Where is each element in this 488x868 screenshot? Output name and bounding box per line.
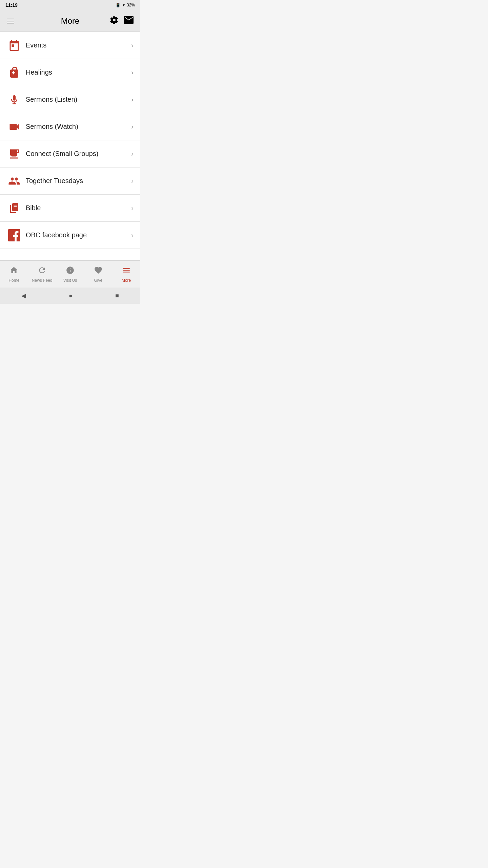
medkit-icon <box>7 66 22 79</box>
nav-item-news-feed[interactable]: News Feed <box>28 261 56 288</box>
nav-item-visit-us[interactable]: Visit Us <box>56 261 84 288</box>
sermons-watch-label: Sermons (Watch) <box>26 123 131 131</box>
give-nav-label: Give <box>94 278 102 283</box>
connect-label: Connect (Small Groups) <box>26 150 131 158</box>
hamburger-icon[interactable] <box>7 19 14 23</box>
book-icon <box>7 202 22 214</box>
video-icon <box>7 121 22 133</box>
chevron-icon: › <box>131 41 134 49</box>
status-icons: 📳 ▾ 32% <box>116 3 135 7</box>
chevron-icon: › <box>131 204 134 212</box>
wifi-icon: ▾ <box>123 3 125 7</box>
bottom-nav: Home News Feed Visit Us Give <box>0 260 140 288</box>
menu-item-connect[interactable]: Connect (Small Groups) › <box>0 140 140 167</box>
sermons-listen-label: Sermons (Listen) <box>26 96 131 103</box>
more-nav-label: More <box>122 278 131 283</box>
more-lines-icon <box>122 266 131 277</box>
menu-item-bible[interactable]: Bible › <box>0 195 140 222</box>
nav-item-give[interactable]: Give <box>84 261 112 288</box>
menu-item-together-tuesdays[interactable]: Together Tuesdays › <box>0 167 140 195</box>
events-label: Events <box>26 41 131 49</box>
chevron-icon: › <box>131 96 134 103</box>
menu-item-events[interactable]: Events › <box>0 32 140 59</box>
battery-icon: 32% <box>127 3 135 7</box>
chevron-icon: › <box>131 231 134 239</box>
coffee-icon <box>7 148 22 160</box>
healings-label: Healings <box>26 68 131 76</box>
content-spacer <box>0 255 140 260</box>
facebook-label: OBC facebook page <box>26 231 131 239</box>
android-recent-button[interactable]: ■ <box>115 292 119 299</box>
menu-item-sermons-watch[interactable]: Sermons (Watch) › <box>0 113 140 140</box>
facebook-icon <box>7 229 22 241</box>
group-icon <box>7 175 22 187</box>
android-back-button[interactable]: ◀ <box>21 292 26 299</box>
mail-icon[interactable] <box>124 16 134 26</box>
menu-item-facebook[interactable]: OBC facebook page › <box>0 222 140 249</box>
info-icon <box>66 266 75 277</box>
status-time: 11:19 <box>5 2 18 8</box>
chevron-icon: › <box>131 150 134 158</box>
chevron-icon: › <box>131 68 134 76</box>
nav-item-more[interactable]: More <box>112 261 140 288</box>
menu-list: Events › Healings › Sermons (Listen) › S… <box>0 32 140 255</box>
chevron-icon: › <box>131 177 134 185</box>
gear-icon[interactable] <box>110 16 119 26</box>
heart-icon <box>94 266 103 277</box>
header-right <box>110 16 134 26</box>
home-nav-label: Home <box>8 278 19 283</box>
refresh-icon <box>38 266 46 277</box>
chevron-icon: › <box>131 123 134 131</box>
header-left <box>7 19 14 23</box>
microphone-icon <box>7 94 22 106</box>
status-bar: 11:19 📳 ▾ 32% <box>0 0 140 10</box>
news-feed-nav-label: News Feed <box>32 278 53 283</box>
page-title: More <box>61 16 80 26</box>
header: More <box>0 10 140 32</box>
calendar-icon <box>7 39 22 52</box>
together-tuesdays-label: Together Tuesdays <box>26 177 131 185</box>
bible-label: Bible <box>26 204 131 212</box>
home-icon <box>9 266 18 277</box>
menu-item-healings[interactable]: Healings › <box>0 59 140 86</box>
vibrate-icon: 📳 <box>116 3 121 7</box>
menu-item-sermons-listen[interactable]: Sermons (Listen) › <box>0 86 140 113</box>
android-home-button[interactable]: ● <box>69 292 73 299</box>
android-nav-bar: ◀ ● ■ <box>0 288 140 304</box>
visit-us-nav-label: Visit Us <box>63 278 77 283</box>
nav-item-home[interactable]: Home <box>0 261 28 288</box>
